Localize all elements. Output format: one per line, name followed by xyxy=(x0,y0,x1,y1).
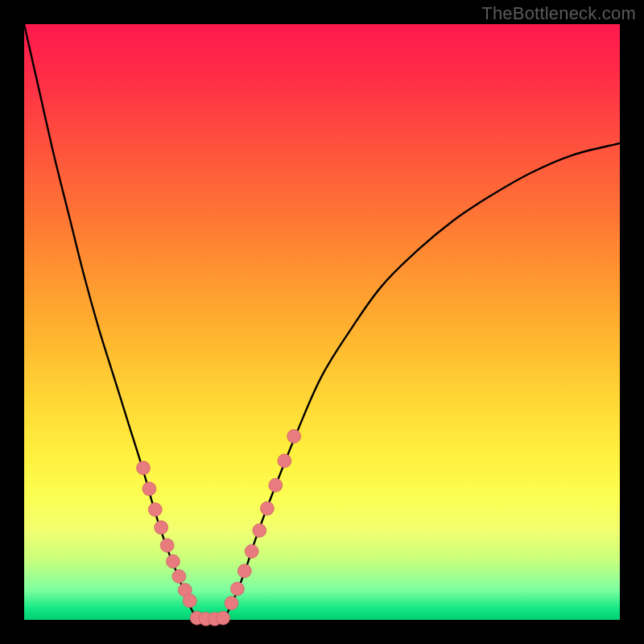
marker-right xyxy=(260,502,274,515)
marker-right xyxy=(245,544,258,558)
marker-left xyxy=(172,569,186,583)
curves-layer xyxy=(24,24,620,620)
marker-left xyxy=(142,482,156,496)
plot-area xyxy=(24,24,620,620)
marker-right xyxy=(269,478,283,492)
marker-left xyxy=(155,521,168,535)
left-curve xyxy=(24,24,197,620)
plot-svg xyxy=(24,24,620,620)
right-curve xyxy=(224,143,620,620)
marker-left xyxy=(148,503,162,517)
marker-right xyxy=(225,597,238,610)
marker-right xyxy=(237,564,251,578)
marker-right xyxy=(230,582,244,596)
marker-left xyxy=(137,461,151,475)
chart-frame: TheBottleneck.com xyxy=(0,0,644,644)
marker-left xyxy=(183,594,196,608)
watermark-text: TheBottleneck.com xyxy=(481,3,636,24)
marker-right xyxy=(287,430,301,444)
marker-bottom xyxy=(217,611,230,625)
marker-right xyxy=(253,524,266,538)
marker-right xyxy=(278,454,291,468)
marker-left xyxy=(167,555,180,568)
markers-layer xyxy=(137,430,301,626)
marker-left xyxy=(160,539,174,552)
